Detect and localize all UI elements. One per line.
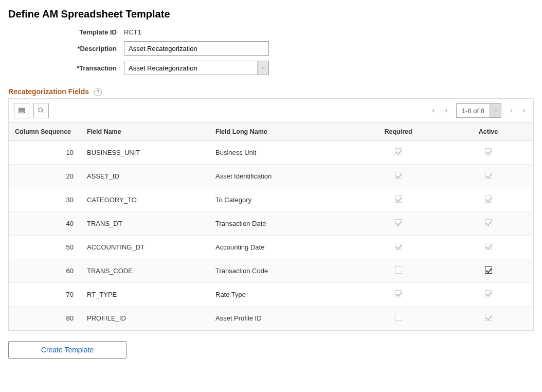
transaction-label: *Transaction xyxy=(8,64,124,72)
table-row: 40TRANS_DTTransaction Date xyxy=(9,212,533,236)
table-row: 70RT_TYPERate Type xyxy=(9,283,533,307)
table-row: 50ACCOUNTING_DTAccounting Date xyxy=(9,236,533,259)
svg-rect-1 xyxy=(19,110,25,111)
cell-field-name: TRANS_CODE xyxy=(81,259,209,283)
cell-field-long-name: Asset Identification xyxy=(209,165,353,188)
cell-sequence: 50 xyxy=(9,236,81,259)
svg-rect-0 xyxy=(19,108,25,109)
cell-required xyxy=(353,141,443,165)
required-checkbox xyxy=(395,195,402,203)
cell-sequence: 70 xyxy=(9,283,81,307)
required-checkbox xyxy=(395,172,402,179)
cell-field-long-name: Rate Type xyxy=(209,283,353,307)
cell-sequence: 30 xyxy=(9,188,81,212)
cell-required xyxy=(353,165,443,188)
active-checkbox xyxy=(485,148,492,155)
active-checkbox xyxy=(485,290,492,297)
page-next-icon[interactable] xyxy=(509,108,515,114)
required-checkbox xyxy=(395,148,402,155)
cell-active xyxy=(443,165,533,188)
cell-field-long-name: Asset Profile ID xyxy=(209,307,353,330)
cell-field-long-name: Business Unit xyxy=(209,141,353,165)
chevron-down-icon xyxy=(490,104,501,117)
table-row: 10BUSINESS_UNITBusiness Unit xyxy=(9,141,533,165)
col-header-required[interactable]: Required xyxy=(353,123,443,141)
page-range-label: 1-8 of 8 xyxy=(457,107,490,115)
cell-sequence: 10 xyxy=(9,141,81,165)
cell-field-long-name: Accounting Date xyxy=(209,236,353,259)
template-id-label: Template ID xyxy=(8,28,124,36)
transaction-select[interactable]: Asset Recategorization xyxy=(124,61,269,75)
cell-field-name: BUSINESS_UNIT xyxy=(81,141,209,165)
svg-point-3 xyxy=(39,108,43,112)
help-icon[interactable]: ? xyxy=(94,88,102,96)
cell-required xyxy=(353,283,443,307)
cell-active xyxy=(443,212,533,236)
required-checkbox xyxy=(395,219,402,226)
page-prev-icon[interactable] xyxy=(443,108,449,114)
fields-grid: 1-8 of 8 Column Sequence Field Name Fiel… xyxy=(8,98,534,331)
required-checkbox xyxy=(395,290,402,297)
cell-sequence: 80 xyxy=(9,307,81,330)
table-row: 20ASSET_IDAsset Identification xyxy=(9,165,533,188)
cell-sequence: 40 xyxy=(9,212,81,236)
col-header-sequence[interactable]: Column Sequence xyxy=(9,123,81,141)
table-row: 60TRANS_CODETransaction Code xyxy=(9,259,533,283)
create-template-button[interactable]: Create Template xyxy=(8,341,127,359)
cell-field-long-name: Transaction Code xyxy=(209,259,353,283)
active-checkbox xyxy=(485,243,492,250)
active-checkbox xyxy=(485,172,492,179)
cell-field-name: CATEGORY_TO xyxy=(81,188,209,212)
cell-field-long-name: To Category xyxy=(209,188,353,212)
required-checkbox xyxy=(395,314,402,321)
cell-active xyxy=(443,141,533,165)
section-title: Recategorization Fields xyxy=(8,87,89,96)
active-checkbox xyxy=(485,314,492,321)
cell-required xyxy=(353,307,443,330)
page-last-icon[interactable] xyxy=(522,108,528,114)
required-checkbox xyxy=(395,243,402,250)
required-checkbox xyxy=(395,266,402,274)
table-row: 30CATEGORY_TOTo Category xyxy=(9,188,533,212)
cell-field-name: PROFILE_ID xyxy=(81,307,209,330)
active-checkbox xyxy=(485,195,492,203)
cell-active xyxy=(443,259,533,283)
cell-required xyxy=(353,212,443,236)
cell-field-name: ACCOUNTING_DT xyxy=(81,236,209,259)
cell-field-name: TRANS_DT xyxy=(81,212,209,236)
cell-active xyxy=(443,283,533,307)
page-title: Define AM Spreadsheet Template xyxy=(8,8,534,20)
cell-required xyxy=(353,188,443,212)
template-id-value: RCT1 xyxy=(124,28,141,36)
col-header-field-long-name[interactable]: Field Long Name xyxy=(209,123,353,141)
grid-actions-button[interactable] xyxy=(14,103,29,118)
cell-field-long-name: Transaction Date xyxy=(209,212,353,236)
svg-rect-2 xyxy=(19,112,25,113)
description-label: *Description xyxy=(8,45,124,52)
cell-active xyxy=(443,307,533,330)
cell-required xyxy=(353,236,443,259)
cell-field-name: RT_TYPE xyxy=(81,283,209,307)
description-input[interactable] xyxy=(124,41,269,56)
cell-active xyxy=(443,236,533,259)
svg-line-4 xyxy=(42,112,44,114)
col-header-field-name[interactable]: Field Name xyxy=(81,123,209,141)
active-checkbox[interactable] xyxy=(485,266,492,274)
page-first-icon[interactable] xyxy=(429,108,436,114)
active-checkbox xyxy=(485,219,492,226)
col-header-active[interactable]: Active xyxy=(443,123,533,141)
page-range-select[interactable]: 1-8 of 8 xyxy=(456,103,501,118)
cell-required xyxy=(353,259,443,283)
grid-search-button[interactable] xyxy=(33,103,49,118)
table-row: 80PROFILE_IDAsset Profile ID xyxy=(9,307,533,330)
cell-field-name: ASSET_ID xyxy=(81,165,209,188)
cell-sequence: 60 xyxy=(9,259,81,283)
cell-sequence: 20 xyxy=(9,165,81,188)
cell-active xyxy=(443,188,533,212)
